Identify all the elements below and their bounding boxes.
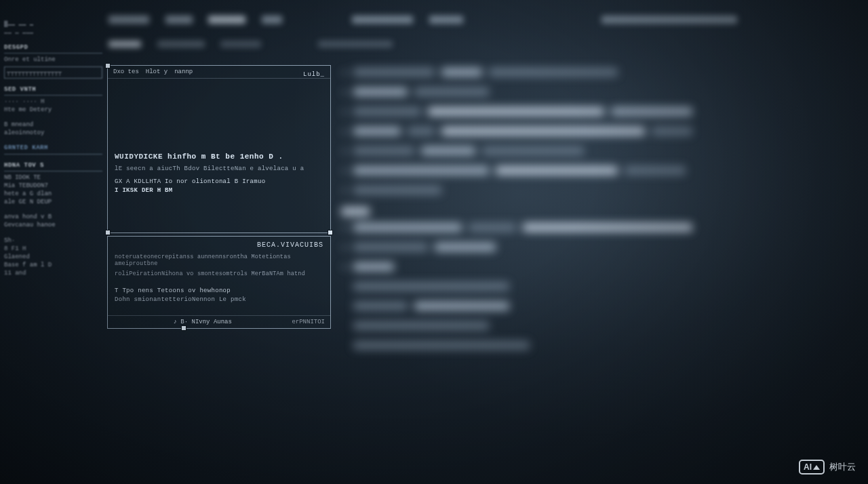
sidebar-line: NB IDOK TE xyxy=(4,174,102,182)
watermark: AI 树叶云 xyxy=(799,460,856,475)
badge-text: AI xyxy=(804,462,812,472)
sidebar-section-2-title: SED VNTH xyxy=(4,85,102,96)
detail-panel-2: BECA.VIVACUIBS noteruateonecrepitanss au… xyxy=(107,236,331,329)
sidebar-section-1-title: DESGPD xyxy=(4,43,102,54)
sidebar-line: Base f am l D xyxy=(4,261,102,269)
top-toolbar xyxy=(108,14,854,54)
panel-line: Dohn smionantetterioNennon Le pmck xyxy=(115,296,323,304)
panel-line: T Tpo nens Tetoons ov hewhonop xyxy=(115,287,323,296)
panel-title: WUIDYDICKE hinfho m Bt be 1enho D . xyxy=(115,152,323,163)
panel-dense-text: roliPeirationNihona vo smontesomtrols Me… xyxy=(115,270,323,278)
blurred-code-area xyxy=(342,68,861,361)
resize-handle[interactable] xyxy=(181,325,186,331)
sidebar-line: 11 and xyxy=(4,269,102,277)
sidebar-line: ale GE N DEUP xyxy=(4,198,102,206)
sidebar-line: Mia TEBUDON7 xyxy=(4,182,102,190)
panel-heading: BECA.VIVACUIBS xyxy=(115,241,323,251)
sidebar-line: anva hond v B xyxy=(4,213,102,221)
sidebar-line: ···· ···· H xyxy=(4,98,102,106)
center-panels: Dxo tes Hlot y nannp Lulb_ WUIDYDICKE hi… xyxy=(107,65,331,331)
sidebar-line: Gevcanau hanoe xyxy=(4,221,102,229)
resize-handle[interactable] xyxy=(105,230,111,235)
panel-line: GX A KDLLHTA Io nor oliontonal B Iramuo xyxy=(115,178,323,186)
panel-footer: ♪ B· NIvny Aunas erPNNITOI xyxy=(108,315,330,328)
panel-tabs: Dxo tes Hlot y nannp xyxy=(108,66,330,79)
sidebar-line: Glaened xyxy=(4,253,102,261)
sidebar-line: aleoinnotoy xyxy=(4,129,102,137)
sidebar-line: 8 F1 H xyxy=(4,245,102,253)
sidebar-line: Hte me Detery xyxy=(4,106,102,114)
sidebar-line: Sh· xyxy=(4,237,102,245)
detail-panel-1: Dxo tes Hlot y nannp Lulb_ WUIDYDICKE hi… xyxy=(107,65,331,233)
left-sidebar: █▬▬ ▬▬ ▬ ▬▬ ▬ ▬▬▬ DESGPD Onre et ultine … xyxy=(0,0,105,484)
tab[interactable]: Dxo tes xyxy=(113,68,139,75)
mountain-icon xyxy=(813,465,820,470)
panel-line: I IKSK DER H BM xyxy=(115,186,323,195)
sidebar-section-5-title: HDNA TOV S xyxy=(4,161,102,172)
tab[interactable]: nannp xyxy=(174,68,193,75)
sidebar-line: hete a G dlan xyxy=(4,190,102,198)
panel-subtitle: lE seecn a aiucTh Bdov BilectteNan e alv… xyxy=(115,165,323,174)
footer-right: erPNNITOI xyxy=(292,319,325,325)
sidebar-section-4-title: GRNTED KARH xyxy=(4,144,102,154)
sidebar-line: Onre et ultine xyxy=(4,56,102,64)
panel-tag: Lulb_ xyxy=(303,71,325,78)
panel-dense-text: noteruateonecrepitanss aunnennsrontha Mo… xyxy=(115,254,323,268)
watermark-label: 树叶云 xyxy=(829,461,856,473)
resize-handle[interactable] xyxy=(105,63,111,68)
sidebar-line: B mneand xyxy=(4,121,102,129)
resize-handle[interactable] xyxy=(328,230,333,235)
footer-label: ♪ B· NIvny Aunas xyxy=(173,319,231,325)
tab[interactable]: Hlot y xyxy=(146,68,167,75)
ai-badge-icon: AI xyxy=(799,460,825,475)
sidebar-ruler-box: ┬┬┬┬┬┬┬┬┬┬┬┬┬┬┬ xyxy=(4,66,102,79)
